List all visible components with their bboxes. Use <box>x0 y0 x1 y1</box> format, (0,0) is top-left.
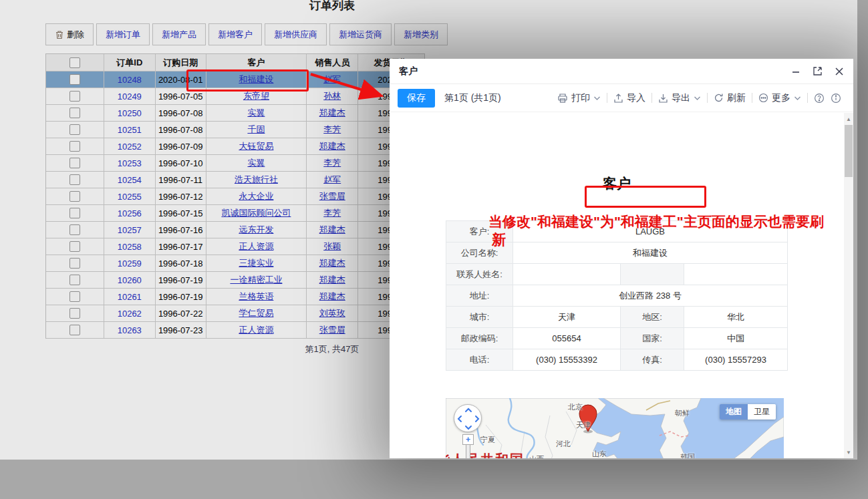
order-id-link[interactable]: 10262 <box>118 309 142 319</box>
table-row[interactable]: 102581996-07-17正人资源张颖1996-0 <box>46 238 424 255</box>
select-all-checkbox[interactable] <box>69 57 80 68</box>
customer-link[interactable]: 兰格英语 <box>239 291 273 303</box>
action-刷新[interactable]: 刷新 <box>714 92 746 104</box>
toolbar-button-新增运货商[interactable]: 新增运货商 <box>329 23 392 45</box>
customer-link[interactable]: 三捷实业 <box>239 257 273 269</box>
action-导入[interactable]: 导入 <box>613 92 645 104</box>
help-icon[interactable] <box>814 93 825 104</box>
customer-link[interactable]: 浩天旅行社 <box>235 174 278 186</box>
sales-link[interactable]: 刘英玫 <box>319 307 345 319</box>
table-row[interactable]: 102621996-07-22学仁贸易刘英玫1996-0 <box>46 305 424 322</box>
map-pan-control[interactable] <box>454 404 482 432</box>
row-checkbox[interactable] <box>69 308 80 319</box>
sales-link[interactable]: 郑建杰 <box>319 224 345 236</box>
zoom-in-button[interactable]: + <box>462 434 474 445</box>
order-id-link[interactable]: 10260 <box>118 275 142 285</box>
order-id-link[interactable]: 10256 <box>118 208 142 218</box>
form-value[interactable] <box>513 264 621 285</box>
action-更多[interactable]: 更多 <box>758 92 801 104</box>
order-id-link[interactable]: 10258 <box>118 242 142 252</box>
order-id-link[interactable]: 10261 <box>118 292 142 302</box>
sales-link[interactable]: 郑建杰 <box>319 140 345 152</box>
sales-link[interactable]: 孙林 <box>323 90 341 102</box>
form-value[interactable] <box>684 264 788 285</box>
row-checkbox[interactable] <box>69 91 80 102</box>
customer-link[interactable]: 学仁贸易 <box>239 307 273 319</box>
scroll-down-icon[interactable]: ▼ <box>844 448 853 457</box>
customer-link[interactable]: 大钰贸易 <box>239 140 273 152</box>
customer-link[interactable]: 实翼 <box>247 157 265 169</box>
customer-map[interactable]: 北京天津宁夏河北山西山东甘肃陕西河南江苏湖北安徽上海黄海朝鲜韩国华人民共和国 地… <box>446 398 784 458</box>
sales-link[interactable]: 李芳 <box>323 124 341 136</box>
sales-link[interactable]: 郑建杰 <box>319 107 345 119</box>
col-sales[interactable]: 销售人员 <box>307 54 358 71</box>
table-row[interactable]: 102591996-07-18三捷实业郑建杰1996-0 <box>46 255 424 272</box>
sales-link[interactable]: 李芳 <box>323 157 341 169</box>
table-row[interactable]: 102601996-07-19一诠精密工业郑建杰1996-0 <box>46 272 424 289</box>
action-导出[interactable]: 导出 <box>658 92 701 104</box>
table-row[interactable]: 102551996-07-12永大企业张雪眉1996-0 <box>46 188 424 205</box>
minimize-icon[interactable] <box>791 67 801 76</box>
table-row[interactable]: 102482020-08-01和福建设赵军2020-0 <box>46 71 424 88</box>
order-id-link[interactable]: 10254 <box>118 175 142 185</box>
row-checkbox[interactable] <box>69 208 80 218</box>
customer-link[interactable]: 东帝望 <box>243 90 269 102</box>
info-icon[interactable] <box>831 93 841 104</box>
sales-link[interactable]: 张雪眉 <box>319 324 345 336</box>
sales-link[interactable]: 郑建杰 <box>319 274 345 286</box>
table-row[interactable]: 102571996-07-16远东开发郑建杰1996-0 <box>46 222 424 238</box>
sales-link[interactable]: 郑建杰 <box>319 257 345 269</box>
scroll-up-icon[interactable]: ▲ <box>844 114 853 124</box>
col-order-id[interactable]: 订单ID <box>104 54 156 71</box>
action-打印[interactable]: 打印 <box>557 92 601 104</box>
customer-link[interactable]: 远东开发 <box>239 224 273 236</box>
customer-link[interactable]: 千固 <box>247 124 265 136</box>
table-row[interactable]: 102491996-07-05东帝望孙林1996-0 <box>46 88 424 105</box>
sales-link[interactable]: 赵军 <box>323 73 341 86</box>
order-id-link[interactable]: 10255 <box>118 192 142 202</box>
row-checkbox[interactable] <box>69 124 80 135</box>
row-checkbox[interactable] <box>69 174 80 185</box>
form-value[interactable]: 中国 <box>684 328 788 349</box>
row-checkbox[interactable] <box>69 141 80 152</box>
sales-link[interactable]: 张颖 <box>323 240 341 253</box>
form-value[interactable]: 华北 <box>684 307 788 328</box>
row-checkbox[interactable] <box>69 224 80 235</box>
form-value[interactable]: 055654 <box>513 328 621 349</box>
form-value[interactable]: 天津 <box>513 307 621 328</box>
customer-link[interactable]: 正人资源 <box>239 240 273 253</box>
form-value[interactable]: 和福建设 <box>513 242 788 264</box>
customer-link[interactable]: 正人资源 <box>239 324 273 336</box>
toolbar-button-新增客户[interactable]: 新增客户 <box>208 23 262 45</box>
order-id-link[interactable]: 10257 <box>118 225 142 235</box>
customer-link[interactable]: 永大企业 <box>239 190 273 202</box>
map-mode-button[interactable]: 地图 <box>720 404 748 420</box>
save-button[interactable]: 保存 <box>398 89 435 108</box>
modal-scrollbar[interactable]: ▲ ▼ <box>844 113 853 458</box>
row-checkbox[interactable] <box>69 74 80 85</box>
col-customer[interactable]: 客户 <box>206 54 307 71</box>
col-order-date[interactable]: 订购日期 <box>156 54 206 71</box>
sales-link[interactable]: 李芳 <box>323 207 341 219</box>
row-checkbox[interactable] <box>69 291 80 302</box>
toolbar-button-新增订单[interactable]: 新增订单 <box>96 23 150 45</box>
table-row[interactable]: 102521996-07-09大钰贸易郑建杰1996-0 <box>46 138 424 155</box>
row-checkbox[interactable] <box>69 158 80 168</box>
sales-link[interactable]: 郑建杰 <box>319 291 345 303</box>
sales-link[interactable]: 张雪眉 <box>319 190 345 202</box>
row-checkbox[interactable] <box>69 108 80 118</box>
order-id-link[interactable]: 10249 <box>118 92 142 102</box>
order-id-link[interactable]: 10250 <box>118 108 142 118</box>
form-value[interactable]: LAUGB <box>513 221 788 242</box>
order-id-link[interactable]: 10263 <box>118 325 142 335</box>
table-row[interactable]: 102501996-07-08实翼郑建杰1996-0 <box>46 105 424 122</box>
toolbar-button-新增类别[interactable]: 新增类别 <box>394 23 448 45</box>
form-value[interactable]: 创业西路 238 号 <box>513 285 788 307</box>
toolbar-button-delete[interactable]: 删除 <box>45 23 94 45</box>
table-row[interactable]: 102561996-07-15凯诚国际顾问公司李芳1996-0 <box>46 205 424 222</box>
row-checkbox[interactable] <box>69 258 80 269</box>
zoom-track[interactable] <box>466 445 470 458</box>
order-id-link[interactable]: 10251 <box>118 125 142 135</box>
maximize-icon[interactable] <box>813 66 823 76</box>
row-checkbox[interactable] <box>69 275 80 285</box>
